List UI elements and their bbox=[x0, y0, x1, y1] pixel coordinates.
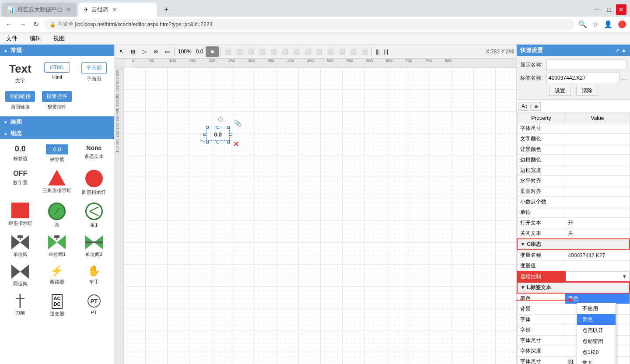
tool-l[interactable]: ⬜ bbox=[348, 46, 358, 57]
close-button[interactable]: ✕ bbox=[616, 4, 626, 15]
tool-a[interactable]: ⬜ bbox=[223, 46, 233, 57]
forward-button[interactable]: → bbox=[18, 21, 28, 28]
html-button[interactable]: HTML bbox=[44, 62, 70, 73]
select-tool[interactable]: ↖ bbox=[116, 46, 127, 57]
handle-mr[interactable] bbox=[230, 133, 232, 136]
sidebar-item-alarm[interactable]: 报警控件 报警控件 bbox=[38, 88, 75, 113]
prop-ltext-label[interactable]: ▼ L标签文本 bbox=[517, 282, 630, 293]
sidebar-item-sub[interactable]: 子画面 子画面 bbox=[76, 60, 112, 87]
sidebar-item-labelval[interactable]: 0.0 标签值 bbox=[2, 142, 38, 165]
remote-dropdown-arrow[interactable]: ▼ bbox=[622, 273, 627, 280]
dropdown-menu[interactable]: 不使用 青色 点亮以开 点动窗闭 点1松0 常开 常闭 bbox=[577, 303, 616, 364]
sidebar-item-valve2[interactable]: 单位阀2 bbox=[76, 233, 112, 260]
address-input[interactable]: 🔒 不安全 | iot.idosp.net/html/scada/editor.… bbox=[44, 19, 575, 30]
tool-b[interactable]: ⬜ bbox=[234, 46, 245, 57]
tool-settings[interactable]: ⚙ bbox=[150, 46, 161, 57]
tab-inactive[interactable]: 📊 思普云大数据平台 ✕ bbox=[2, 3, 77, 17]
prop-valign-value[interactable] bbox=[565, 186, 630, 197]
sidebar-item-pump[interactable]: 泵 bbox=[38, 200, 75, 231]
menu-view[interactable]: 视图 bbox=[51, 34, 67, 43]
account-icon[interactable]: 👤 bbox=[604, 20, 612, 28]
prop-bordercolor-value[interactable] bbox=[565, 155, 630, 165]
canvas-scroll[interactable]: 📎 0.0 bbox=[123, 67, 516, 364]
sidebar-item-pagelink[interactable]: 画面链接 画面链接 bbox=[2, 88, 38, 113]
sidebar-item-html[interactable]: HTML Html bbox=[38, 60, 75, 87]
prop-decimal-value[interactable] bbox=[565, 197, 630, 207]
zoom-control[interactable]: ■ bbox=[206, 46, 219, 57]
back-button[interactable]: ← bbox=[4, 21, 14, 28]
maximize-button[interactable]: □ bbox=[604, 4, 614, 15]
handle-top-rotate[interactable] bbox=[218, 117, 223, 122]
handle-br[interactable] bbox=[227, 141, 230, 144]
star-icon[interactable]: ☆ bbox=[592, 20, 598, 28]
label-btn-button[interactable]: 0.0 bbox=[46, 144, 68, 154]
extensions-icon[interactable]: 🔴 bbox=[618, 20, 626, 28]
sidebar-item-valve1[interactable]: 单位阀1 bbox=[38, 233, 75, 260]
delete-icon[interactable]: ✕ bbox=[233, 140, 239, 148]
prop-textcolor-value[interactable] bbox=[565, 134, 630, 144]
prop-bgcolor-value[interactable] bbox=[565, 144, 630, 155]
tool-f[interactable]: ⬜ bbox=[280, 46, 290, 57]
tool-j[interactable]: ⬜ bbox=[325, 46, 336, 57]
tool-k[interactable]: ⬜ bbox=[336, 46, 347, 57]
prop-unit-value[interactable] bbox=[565, 207, 630, 218]
dropdown-item-click-close[interactable]: 点动窗闭 bbox=[577, 336, 616, 347]
dropdown-item-cyan[interactable]: 青色 bbox=[577, 314, 616, 325]
tool-m[interactable]: ⬜ bbox=[359, 46, 370, 57]
pagelink-button[interactable]: 画面链接 bbox=[5, 91, 35, 102]
tool-i[interactable]: ⬜ bbox=[314, 46, 324, 57]
dropdown-item-light-on[interactable]: 点亮以开 bbox=[577, 325, 616, 336]
remote-select-wrapper[interactable]: ▼ bbox=[566, 272, 630, 281]
sidebar-item-breaker[interactable]: ⚡ 断路器 bbox=[38, 262, 75, 290]
prop-varname-value[interactable]: 400037442.K27 bbox=[565, 250, 630, 261]
section-draw-header[interactable]: ▼ 绘图 bbox=[0, 116, 114, 128]
minimize-button[interactable]: ─ bbox=[592, 4, 602, 15]
qs-set-button[interactable]: 设置 bbox=[549, 86, 571, 96]
search-icon[interactable]: 🔍 bbox=[578, 20, 587, 28]
qs-tag-input[interactable] bbox=[546, 73, 620, 83]
sidebar-item-rect[interactable]: 矩形指示灯 bbox=[2, 200, 38, 231]
sidebar-item-labelbtn[interactable]: 0.0 标签值 bbox=[38, 142, 75, 165]
sidebar-item-hand[interactable]: ✋ 车手 bbox=[76, 262, 112, 290]
sidebar-item-pt[interactable]: PT PT bbox=[76, 291, 112, 320]
prop-halign-value[interactable] bbox=[565, 176, 630, 186]
qs-pin-icon[interactable]: ⇗ bbox=[615, 47, 620, 53]
sidebar-item-inverter[interactable]: ACDC 逆变器 bbox=[38, 291, 75, 320]
qs-up-icon[interactable]: ▲ bbox=[621, 47, 626, 53]
handle-bm[interactable] bbox=[217, 141, 219, 144]
section-state-header[interactable]: ▲ 组态 bbox=[0, 128, 114, 139]
tool-rect[interactable]: ▭ bbox=[162, 46, 172, 57]
prop-filter-button[interactable]: ≡ bbox=[532, 102, 541, 111]
sidebar-item-circle-red[interactable]: 圆形指示灯 bbox=[76, 167, 112, 198]
tool-2[interactable]: ⊞ bbox=[128, 46, 138, 57]
canvas-white[interactable]: 📎 0.0 bbox=[123, 67, 516, 364]
sidebar-item-valve[interactable]: 单位阀 bbox=[2, 233, 38, 260]
new-tab-button[interactable]: + bbox=[161, 5, 172, 14]
dropdown-item-unused[interactable]: 不使用 bbox=[577, 303, 616, 314]
prop-opentext-value[interactable]: 开 bbox=[565, 218, 630, 228]
qs-clear-button[interactable]: 清除 bbox=[576, 86, 598, 96]
tool-g[interactable]: ⬜ bbox=[291, 46, 301, 57]
dropdown-item-click-1-0[interactable]: 点1松0 bbox=[577, 347, 616, 358]
component-box[interactable]: 0.0 bbox=[206, 128, 230, 141]
sidebar-item-knife[interactable]: 刀闸 bbox=[2, 291, 38, 320]
tool-c[interactable]: ⬜ bbox=[245, 46, 256, 57]
qs-display-input[interactable] bbox=[546, 60, 626, 70]
prop-borderwidth-value[interactable] bbox=[565, 165, 630, 176]
sidebar-item-valve-two[interactable]: 两位阀 bbox=[2, 262, 38, 290]
tab-close-1[interactable]: ✕ bbox=[66, 6, 71, 13]
sub-button[interactable]: 子画面 bbox=[81, 62, 107, 74]
alarm-button[interactable]: 报警控件 bbox=[42, 91, 72, 102]
prop-closetext-value[interactable]: 关 bbox=[565, 228, 630, 239]
prop-fontsize-value[interactable] bbox=[565, 123, 630, 134]
sidebar-item-pump1[interactable]: 泵1 bbox=[76, 200, 112, 231]
tool-d[interactable]: ⬜ bbox=[257, 46, 267, 57]
sidebar-item-multitext[interactable]: None 多态文本 bbox=[76, 142, 112, 165]
handle-bl[interactable] bbox=[206, 141, 209, 144]
tool-e[interactable]: ⬜ bbox=[268, 46, 279, 57]
tool-h[interactable]: ⬜ bbox=[302, 46, 313, 57]
prop-varval-value[interactable] bbox=[565, 261, 630, 272]
handle-ml[interactable] bbox=[203, 133, 206, 136]
tab-active[interactable]: ✈ 云组态 ✕ bbox=[78, 3, 157, 17]
sidebar-item-tri[interactable]: 三角形指示灯 bbox=[38, 167, 75, 198]
